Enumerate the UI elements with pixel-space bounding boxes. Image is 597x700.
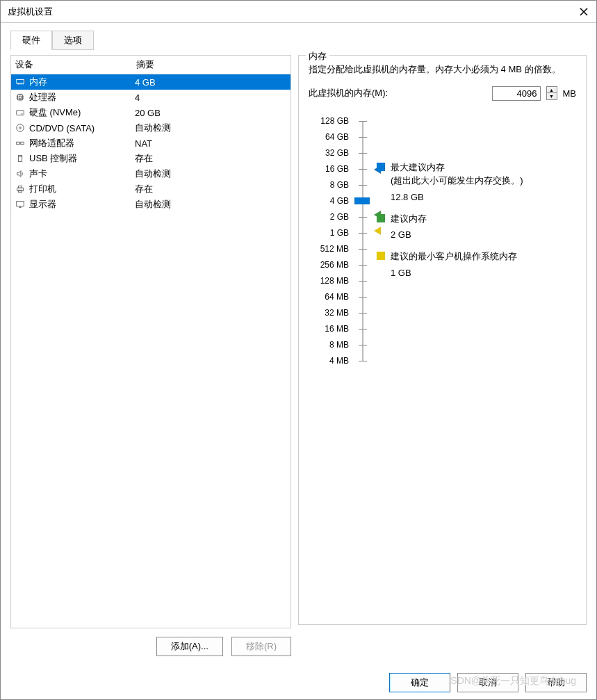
slider-tick xyxy=(359,153,367,154)
device-summary: 自动检测 xyxy=(135,198,288,211)
device-row-disk[interactable]: 硬盘 (NVMe)20 GB xyxy=(11,105,291,120)
device-name: 硬盘 (NVMe) xyxy=(29,106,135,119)
device-list-body: 内存4 GB处理器4硬盘 (NVMe)20 GBCD/DVD (SATA)自动检… xyxy=(11,74,291,628)
device-name: 打印机 xyxy=(29,183,135,195)
memory-input-label: 此虚拟机的内存(M): xyxy=(309,87,388,99)
slider-tick xyxy=(359,329,367,329)
header-summary[interactable]: 摘要 xyxy=(136,58,286,71)
spinner-down-icon[interactable]: ▼ xyxy=(547,93,557,99)
slider-tick xyxy=(359,361,367,361)
device-summary: 存在 xyxy=(135,152,288,165)
device-row-display[interactable]: 显示器自动检测 xyxy=(11,197,291,212)
list-header: 设备 摘要 xyxy=(11,56,291,74)
device-row-network[interactable]: 网络适配器NAT xyxy=(11,136,291,151)
scale-label: 4 GB xyxy=(330,193,349,209)
scale-label: 8 GB xyxy=(330,177,349,193)
memory-legend: 最大建议内存 (超出此大小可能发生内存交换。) 12.8 GB 建议内存 2 G… xyxy=(377,113,576,369)
vm-settings-window: 虚拟机设置 硬件 选项 设备 摘要 内存4 GB处理器4硬盘 (NVMe)20 … xyxy=(0,0,597,700)
close-icon[interactable] xyxy=(578,6,589,17)
slider-tick xyxy=(359,169,367,170)
device-list: 设备 摘要 内存4 GB处理器4硬盘 (NVMe)20 GBCD/DVD (SA… xyxy=(10,55,291,628)
memory-spinner[interactable]: ▲ ▼ xyxy=(546,86,557,100)
scale-label: 2 GB xyxy=(330,209,349,225)
device-row-cd[interactable]: CD/DVD (SATA)自动检测 xyxy=(11,120,291,136)
tab-options[interactable]: 选项 xyxy=(52,31,94,50)
slider-tick xyxy=(359,297,367,298)
slider-track-line xyxy=(362,121,363,361)
device-name: 网络适配器 xyxy=(29,137,135,149)
device-row-memory[interactable]: 内存4 GB xyxy=(11,74,291,90)
device-summary: 自动检测 xyxy=(135,168,288,180)
dialog-buttons: 确定 取消 帮助 xyxy=(1,666,596,699)
spinner-up-icon[interactable]: ▲ xyxy=(547,87,557,93)
titlebar: 虚拟机设置 xyxy=(1,1,596,23)
memory-settings-panel: 内存 指定分配给此虚拟机的内存量。内存大小必须为 4 MB 的倍数。 此虚拟机的… xyxy=(298,55,587,625)
device-name: 处理器 xyxy=(29,91,135,104)
printer-icon xyxy=(14,184,26,195)
memory-slider[interactable] xyxy=(356,113,370,369)
device-name: CD/DVD (SATA) xyxy=(29,123,135,133)
slider-tick xyxy=(359,345,367,345)
legend-rec-label: 建议内存 xyxy=(391,212,427,226)
slider-tick xyxy=(359,217,367,218)
svg-rect-11 xyxy=(20,156,21,157)
remove-button[interactable]: 移除(R) xyxy=(231,637,291,656)
legend-min-label: 建议的最小客户机操作系统内存 xyxy=(391,250,517,263)
disk-icon xyxy=(14,107,26,118)
device-name: 显示器 xyxy=(29,198,135,211)
memory-icon xyxy=(14,76,26,88)
device-summary: NAT xyxy=(135,138,288,149)
scale-label: 64 GB xyxy=(325,129,349,145)
scale-label: 32 MB xyxy=(325,305,349,321)
scale-label: 64 MB xyxy=(325,289,349,305)
legend-yellow-icon xyxy=(377,252,385,260)
network-icon xyxy=(14,138,26,149)
device-name: USB 控制器 xyxy=(29,152,135,165)
tab-hardware[interactable]: 硬件 xyxy=(10,31,52,50)
svg-rect-1 xyxy=(18,95,23,100)
svg-rect-13 xyxy=(18,186,22,188)
legend-max-note: (超出此大小可能发生内存交换。) xyxy=(391,174,523,188)
scale-label: 8 MB xyxy=(329,337,349,353)
max-marker-icon xyxy=(374,165,381,174)
rec-marker-icon xyxy=(374,211,381,219)
device-buttons: 添加(A)... 移除(R) xyxy=(10,634,291,659)
svg-point-5 xyxy=(17,124,24,132)
device-row-usb[interactable]: USB 控制器存在 xyxy=(11,151,291,166)
device-panel: 设备 摘要 内存4 GB处理器4硬盘 (NVMe)20 GBCD/DVD (SA… xyxy=(10,49,291,659)
device-name: 声卡 xyxy=(29,168,135,180)
svg-rect-2 xyxy=(19,96,22,99)
device-row-sound[interactable]: 声卡自动检测 xyxy=(11,166,291,181)
header-device[interactable]: 设备 xyxy=(15,58,136,71)
slider-tick xyxy=(359,281,367,282)
slider-thumb[interactable] xyxy=(354,197,370,204)
memory-input-row: 此虚拟机的内存(M): ▲ ▼ MB xyxy=(309,86,576,101)
usb-icon xyxy=(14,153,26,164)
svg-rect-7 xyxy=(17,142,19,145)
content-area: 硬件 选项 设备 摘要 内存4 GB处理器4硬盘 (NVMe)20 GBCD/D… xyxy=(1,23,596,666)
memory-input[interactable] xyxy=(492,86,541,101)
cpu-icon xyxy=(14,92,26,103)
device-summary: 自动检测 xyxy=(135,122,288,134)
device-row-cpu[interactable]: 处理器4 xyxy=(11,90,291,105)
scale-label: 16 MB xyxy=(325,321,349,337)
ok-button[interactable]: 确定 xyxy=(389,673,450,692)
memory-description: 指定分配给此虚拟机的内存量。内存大小必须为 4 MB 的倍数。 xyxy=(309,63,576,76)
cancel-button[interactable]: 取消 xyxy=(457,673,518,692)
legend-max-label: 最大建议内存 xyxy=(391,161,523,174)
min-marker-icon xyxy=(374,227,381,235)
legend-min-value: 1 GB xyxy=(377,268,576,278)
slider-tick xyxy=(359,121,367,122)
memory-unit: MB xyxy=(563,88,577,99)
slider-tick xyxy=(359,137,367,138)
add-button[interactable]: 添加(A)... xyxy=(156,637,223,656)
help-button[interactable]: 帮助 xyxy=(525,673,587,692)
slider-tick xyxy=(359,249,367,250)
scale-label: 256 MB xyxy=(320,257,349,273)
legend-max-value: 12.8 GB xyxy=(377,192,576,202)
device-row-printer[interactable]: 打印机存在 xyxy=(11,181,291,197)
sound-icon xyxy=(14,168,26,179)
device-summary: 20 GB xyxy=(135,108,288,118)
slider-tick xyxy=(359,313,367,314)
svg-point-4 xyxy=(22,113,23,115)
